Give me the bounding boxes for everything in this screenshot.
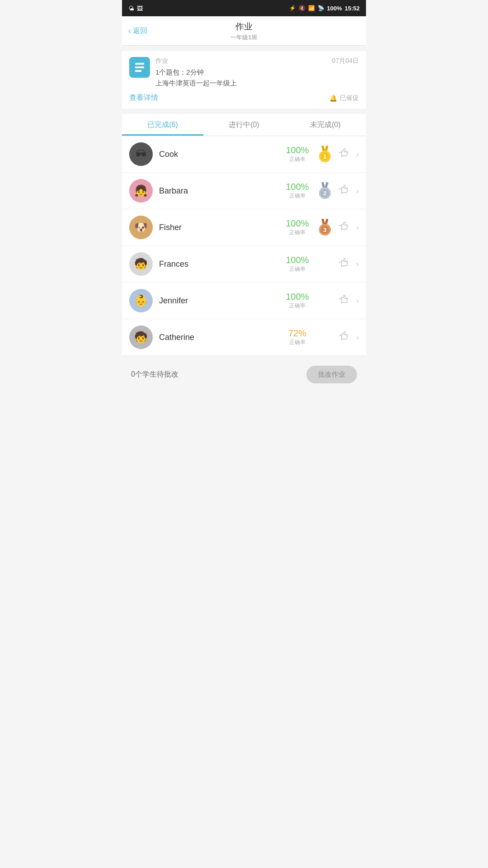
student-name: Catherine xyxy=(159,333,284,342)
svg-rect-0 xyxy=(135,63,144,65)
nav-bar: ‹ 返回 作业 一年级1班 xyxy=(122,16,366,46)
student-row[interactable]: 👧 Barbara 100% 正确率 2 › xyxy=(122,173,366,209)
wifi-icon: 📶 xyxy=(308,5,315,11)
score-percent: 100% xyxy=(284,255,311,265)
chevron-right-icon: › xyxy=(356,333,359,342)
svg-text:2: 2 xyxy=(323,190,326,197)
like-button[interactable] xyxy=(338,293,350,308)
grade-button[interactable]: 批改作业 xyxy=(306,366,357,383)
student-avatar: 👶 xyxy=(129,289,153,312)
status-left: 🌤 🖼 xyxy=(128,5,143,12)
student-score: 72% 正确率 xyxy=(284,328,311,346)
bottom-bar: 0个学生待批改 批改作业 xyxy=(122,359,366,391)
status-right: ⚡ 🔇 📶 📡 100% 15:52 xyxy=(289,5,360,12)
page-subtitle: 一年级1班 xyxy=(230,33,257,42)
score-label: 正确率 xyxy=(284,229,311,236)
svg-text:3: 3 xyxy=(323,226,326,233)
score-percent: 72% xyxy=(284,328,311,339)
tab-notdone[interactable]: 未完成(0) xyxy=(285,114,366,136)
chevron-right-icon: › xyxy=(356,296,359,306)
score-percent: 100% xyxy=(284,145,311,156)
chevron-right-icon: › xyxy=(356,223,359,232)
medal-badge-2: 2 xyxy=(316,182,333,199)
student-list: 🕶 Cook 100% 正确率 1 › 👧 Barbara 100% 正确率 xyxy=(122,136,366,356)
student-name: Jennifer xyxy=(159,296,284,306)
like-button[interactable] xyxy=(338,147,350,161)
medal-badge-1: 1 xyxy=(316,146,333,163)
assignment-card: 作业 07月04日 1个题包；2分钟 上海牛津英语一起一年级上 查看详情 🔔 已… xyxy=(122,50,366,109)
bell-icon: 🔔 xyxy=(329,94,337,102)
score-label: 正确率 xyxy=(284,302,311,310)
student-name: Barbara xyxy=(159,186,284,196)
student-row[interactable]: 🧒 Catherine 72% 正确率 › xyxy=(122,319,366,356)
score-label: 正确率 xyxy=(284,192,311,200)
student-score: 100% 正确率 xyxy=(284,218,311,236)
chevron-right-icon: › xyxy=(356,186,359,196)
score-label: 正确率 xyxy=(284,339,311,346)
page-title: 作业 xyxy=(235,21,253,33)
assignment-desc: 1个题包；2分钟 上海牛津英语一起一年级上 xyxy=(155,67,359,89)
student-avatar: 🧒 xyxy=(129,326,153,349)
signal-icon: 📡 xyxy=(318,5,324,11)
pending-label: 0个学生待批改 xyxy=(131,370,178,379)
status-bar: 🌤 🖼 ⚡ 🔇 📶 📡 100% 15:52 xyxy=(122,0,366,16)
like-button[interactable] xyxy=(338,220,350,235)
cloud-icon: 🌤 xyxy=(128,5,134,12)
student-avatar: 🧒 xyxy=(129,252,153,276)
student-row[interactable]: 🕶 Cook 100% 正确率 1 › xyxy=(122,136,366,173)
student-name: Cook xyxy=(159,150,284,159)
back-chevron-icon: ‹ xyxy=(128,26,131,36)
assignment-desc-line2: 上海牛津英语一起一年级上 xyxy=(155,78,359,89)
svg-text:1: 1 xyxy=(323,153,326,160)
image-icon: 🖼 xyxy=(137,5,143,12)
tabs-bar: 已完成(6) 进行中(0) 未完成(0) xyxy=(122,114,366,136)
score-label: 正确率 xyxy=(284,156,311,163)
svg-rect-1 xyxy=(135,66,144,68)
svg-rect-2 xyxy=(135,70,141,72)
student-name: Frances xyxy=(159,259,284,269)
student-row[interactable]: 🐶 Fisher 100% 正确率 3 › xyxy=(122,209,366,246)
assignment-type-label: 作业 xyxy=(155,57,168,65)
bluetooth-icon: ⚡ xyxy=(289,5,296,11)
score-percent: 100% xyxy=(284,292,311,302)
medal-badge-3: 3 xyxy=(316,219,333,236)
remind-area: 🔔 已催促 xyxy=(329,94,359,102)
chevron-right-icon: › xyxy=(356,259,359,269)
assignment-desc-line1: 1个题包；2分钟 xyxy=(155,67,359,78)
back-label: 返回 xyxy=(133,26,147,36)
assignment-date: 07月04日 xyxy=(332,57,359,67)
like-button[interactable] xyxy=(338,330,350,344)
student-avatar: 👧 xyxy=(129,179,153,203)
student-score: 100% 正确率 xyxy=(284,145,311,163)
student-score: 100% 正确率 xyxy=(284,182,311,200)
student-score: 100% 正确率 xyxy=(284,292,311,310)
battery-label: 100% xyxy=(327,5,342,12)
tab-inprogress[interactable]: 进行中(0) xyxy=(203,114,285,136)
like-button[interactable] xyxy=(338,257,350,271)
time-label: 15:52 xyxy=(345,5,360,12)
student-score: 100% 正确率 xyxy=(284,255,311,273)
student-row[interactable]: 🧒 Frances 100% 正确率 › xyxy=(122,246,366,283)
student-name: Fisher xyxy=(159,223,284,232)
student-avatar: 🐶 xyxy=(129,216,153,239)
assignment-icon xyxy=(129,57,150,78)
student-row[interactable]: 👶 Jennifer 100% 正确率 › xyxy=(122,283,366,319)
score-percent: 100% xyxy=(284,218,311,229)
score-label: 正确率 xyxy=(284,265,311,273)
mute-icon: 🔇 xyxy=(299,5,305,11)
back-button[interactable]: ‹ 返回 xyxy=(128,26,147,36)
tab-done[interactable]: 已完成(6) xyxy=(122,114,203,136)
view-detail-link[interactable]: 查看详情 xyxy=(129,93,158,103)
assignment-info: 作业 07月04日 1个题包；2分钟 上海牛津英语一起一年级上 xyxy=(155,57,359,89)
score-percent: 100% xyxy=(284,182,311,192)
reminded-label: 已催促 xyxy=(340,94,359,102)
like-button[interactable] xyxy=(338,184,350,198)
assignment-footer: 查看详情 🔔 已催促 xyxy=(129,93,359,103)
chevron-right-icon: › xyxy=(356,150,359,159)
student-avatar: 🕶 xyxy=(129,142,153,166)
